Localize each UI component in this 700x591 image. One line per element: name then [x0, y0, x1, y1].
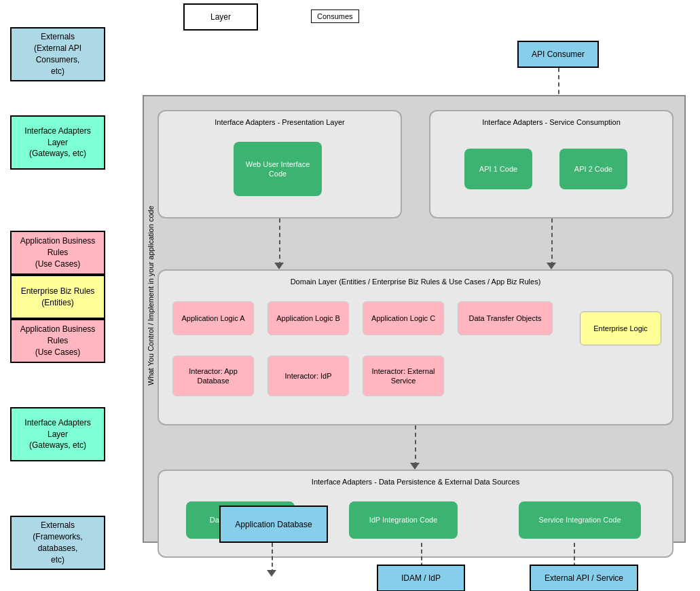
- external-api-box: External API / Service: [530, 565, 638, 591]
- logic-c-label: Application Logic C: [371, 313, 435, 323]
- logic-c-box: Application Logic C: [363, 301, 444, 335]
- rotated-label-text: What You Control / Implement in your app…: [147, 206, 155, 385]
- main-area: What You Control / Implement in your app…: [143, 95, 686, 543]
- logic-a-label: Application Logic A: [182, 313, 245, 323]
- interactor-idp-box: Interactor: IdP: [268, 356, 349, 396]
- service-integration-label: Service Integration Code: [538, 515, 621, 525]
- api2-code-box: API 2 Code: [559, 149, 627, 189]
- externals-top-label: Externals(External API Consumers,etc): [17, 31, 98, 77]
- abr1-label: Application Business Rules(Use Cases): [17, 235, 98, 269]
- service-to-domain-arrow: [551, 218, 553, 266]
- ia-top-box: Interface Adapters Layer(Gateways, etc): [10, 115, 105, 170]
- dto-label: Data Transfer Objects: [469, 314, 542, 322]
- service-integration-box: Service Integration Code: [519, 501, 641, 539]
- layer-label: Layer: [210, 12, 231, 22]
- external-api-label: External API / Service: [545, 573, 623, 583]
- consumes-box: Consumes: [311, 9, 359, 23]
- abr2-label: Application Business Rules(Use Cases): [17, 324, 98, 358]
- externals-top-box: Externals(External API Consumers,etc): [10, 27, 105, 81]
- presentation-layer-box: Interface Adapters - Presentation Layer …: [158, 110, 402, 218]
- interactor-db-box: Interactor: App Database: [172, 356, 254, 396]
- idam-label: IDAM / IdP: [401, 573, 441, 583]
- enterprise-logic-label: Enterprise Logic: [593, 324, 648, 332]
- logic-b-label: Application Logic B: [276, 313, 340, 323]
- web-ui-code-box: Web User Interface Code: [234, 142, 322, 196]
- api1-label: API 1 Code: [479, 164, 517, 174]
- api-consumer-label: API Consumer: [532, 50, 585, 59]
- interactor-idp-label: Interactor: IdP: [284, 371, 331, 381]
- domain-to-persistence-arrowhead: [410, 463, 420, 470]
- presentation-to-domain-arrowhead: [274, 263, 284, 269]
- abr2-box: Application Business Rules(Use Cases): [10, 319, 105, 363]
- enterprise-logic-box: Enterprise Logic: [580, 311, 661, 345]
- api2-label: API 2 Code: [574, 164, 612, 174]
- app-database-label: Application Database: [235, 520, 312, 529]
- service-to-domain-arrowhead: [547, 263, 556, 269]
- domain-to-persistence-arrow: [415, 425, 416, 466]
- app-database-box: Application Database: [219, 506, 328, 543]
- logic-a-box: Application Logic A: [172, 301, 254, 335]
- interactor-ext-label: Interactor: External Service: [367, 366, 439, 386]
- abr1-box: Application Business Rules(Use Cases): [10, 231, 105, 275]
- rotated-label: What You Control / Implement in your app…: [147, 250, 155, 385]
- ext-bot-label: Externals(Frameworks, databases,etc): [17, 520, 98, 565]
- ia-bot-label: Interface Adapters Layer(Gateways, etc): [17, 417, 98, 451]
- ia-top-label: Interface Adapters Layer(Gateways, etc): [17, 126, 98, 159]
- diagram-container: Layer Consumes API Consumer Externals(Ex…: [0, 0, 700, 591]
- interactor-ext-box: Interactor: External Service: [363, 356, 444, 396]
- domain-layer-box: Domain Layer (Entities / Enterprise Biz …: [158, 269, 674, 425]
- layer-box: Layer: [183, 3, 258, 31]
- api-consumer-box: API Consumer: [517, 41, 599, 68]
- web-ui-label: Web User Interface Code: [239, 159, 316, 179]
- service-consumption-box: Interface Adapters - Service Consumption…: [429, 110, 674, 218]
- ebr-box: Enterprise Biz Rules(Entities): [10, 275, 105, 319]
- dto-box: Data Transfer Objects: [458, 301, 553, 335]
- presentation-layer-label: Interface Adapters - Presentation Layer: [159, 118, 401, 126]
- consumes-label: Consumes: [317, 12, 353, 20]
- presentation-to-domain-arrow: [279, 218, 280, 266]
- logic-b-box: Application Logic B: [268, 301, 349, 335]
- persistence-to-db-arrow: [272, 543, 273, 573]
- persistence-to-db-arrowhead: [267, 570, 276, 577]
- data-persistence-label: Interface Adapters - Data Persistence & …: [159, 478, 672, 486]
- idp-integration-label: IdP Integration Code: [369, 515, 438, 525]
- domain-layer-label: Domain Layer (Entities / Enterprise Biz …: [159, 278, 672, 286]
- api1-code-box: API 1 Code: [464, 149, 532, 189]
- ia-bot-box: Interface Adapters Layer(Gateways, etc): [10, 407, 105, 461]
- idam-box: IDAM / IdP: [377, 565, 465, 591]
- ext-bot-box: Externals(Frameworks, databases,etc): [10, 516, 105, 570]
- service-consumption-label: Interface Adapters - Service Consumption: [430, 118, 672, 126]
- idp-integration-box: IdP Integration Code: [349, 501, 458, 539]
- ebr-label: Enterprise Biz Rules(Entities): [21, 286, 95, 309]
- interactor-db-label: Interactor: App Database: [177, 366, 249, 386]
